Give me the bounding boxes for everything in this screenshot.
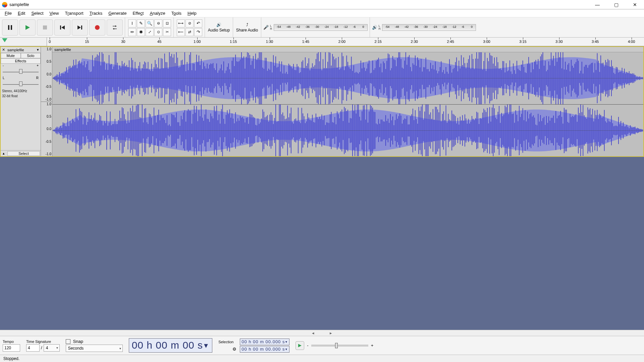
playback-speed-slider[interactable] <box>311 345 368 347</box>
audio-setup-button[interactable]: 🔊 Audio Setup <box>205 17 233 37</box>
svg-rect-7 <box>81 25 82 29</box>
selection-end[interactable]: 00 h 00 m 00.000 s▾ <box>240 346 289 353</box>
sync-lock-icon[interactable]: ⇄ <box>185 28 194 36</box>
svg-rect-1 <box>11 25 12 30</box>
menu-bar: File Edit Select View Transport Tracks G… <box>0 9 644 17</box>
pan-slider[interactable] <box>3 80 39 88</box>
silence-icon[interactable]: ⊘ <box>185 19 194 27</box>
menu-view[interactable]: View <box>47 10 62 16</box>
snap-group: Snap Seconds <box>66 339 123 352</box>
waveform-right-channel[interactable] <box>52 104 643 157</box>
playback-meter-group: 🔊 LR -54-48-42-36-30-24-18-12-60 <box>370 17 478 37</box>
pan-r-label: R <box>36 76 39 80</box>
pan-l-label: L <box>3 76 5 80</box>
track-samplefile: ✕ samplefile ▾ Mute Solo Effects - + L R… <box>0 46 644 157</box>
selection-start[interactable]: 00 h 00 m 00.000 s▾ <box>240 339 289 345</box>
solo-button[interactable]: Solo <box>21 53 41 58</box>
redo-icon[interactable]: ↷ <box>194 28 202 36</box>
menu-generate[interactable]: Generate <box>106 10 129 16</box>
stop-button[interactable] <box>37 19 53 36</box>
skip-end-button[interactable] <box>72 19 88 36</box>
timesig-den-select[interactable]: 4 <box>44 344 60 352</box>
waveform-area: samplefile <box>52 47 643 156</box>
menu-help[interactable]: Help <box>185 10 199 16</box>
track-close-button[interactable]: ✕ <box>1 48 6 52</box>
track-collapse-button[interactable]: ▴ <box>1 151 7 156</box>
skip-start-button[interactable] <box>54 19 70 36</box>
playback-meter-lr: LR <box>379 24 381 31</box>
envelope-tool-icon[interactable]: ✎ <box>137 19 145 27</box>
snap-checkbox[interactable] <box>66 339 70 344</box>
track-menu-button[interactable]: ▾ <box>35 48 41 52</box>
svg-rect-3 <box>43 25 47 29</box>
menu-select[interactable]: Select <box>29 10 46 16</box>
close-button[interactable]: ✕ <box>629 1 641 8</box>
undo-icon[interactable]: ↶ <box>194 19 202 27</box>
zoom-out-icon[interactable]: ⊖ <box>154 19 162 27</box>
mute-button[interactable]: Mute <box>1 53 21 58</box>
gain-minus-label: - <box>3 64 4 67</box>
zoom-in-icon[interactable]: 🔍 <box>146 19 154 27</box>
record-meter[interactable]: -54-48-42-36-30-24-18-12-60 <box>274 24 368 31</box>
playback-meter[interactable]: -54-48-42-36-30-24-18-12-60 <box>382 24 476 31</box>
play-button[interactable] <box>19 19 36 36</box>
menu-effect[interactable]: Effect <box>130 10 146 16</box>
menu-tools[interactable]: Tools <box>169 10 184 16</box>
minimize-button[interactable]: — <box>592 1 603 8</box>
menu-edit[interactable]: Edit <box>15 10 28 16</box>
snap-unit-select[interactable]: Seconds <box>66 345 123 352</box>
maximize-button[interactable]: ▢ <box>610 1 622 8</box>
gain-slider[interactable] <box>3 68 39 75</box>
amplitude-scale: 1.00.50.0-0.5-1.0 1.00.50.0-0.5-1.0 <box>41 47 52 156</box>
play-at-speed-group: - + <box>296 341 375 350</box>
effects-button[interactable]: Effects <box>1 58 41 64</box>
edit-tools-2: ⟷ ⊘ ↶ ⟵ ⇄ ↷ <box>174 17 205 37</box>
track-format-2: 32-bit float <box>1 94 41 99</box>
svg-point-8 <box>95 25 100 30</box>
draw-tool-icon[interactable]: ✏ <box>128 28 136 36</box>
track-select-button[interactable]: Select <box>7 151 40 156</box>
timeline-gutter <box>0 38 47 46</box>
tracks-area: ✕ samplefile ▾ Mute Solo Effects - + L R… <box>0 46 644 336</box>
multi-tool-icon[interactable]: ✱ <box>137 28 145 36</box>
share-audio-button[interactable]: ⤴ Share Audio <box>233 17 261 37</box>
horizontal-scrollbar[interactable]: ◂ ▸ <box>0 330 644 336</box>
svg-rect-0 <box>8 25 9 30</box>
pause-button[interactable] <box>2 19 18 36</box>
fit-project-icon[interactable]: ⤢ <box>146 28 154 36</box>
playhead-marker-icon[interactable] <box>2 38 7 42</box>
selection-group: Selection 00 h 00 m 00.000 s▾ ⚙ 00 h 00 … <box>218 339 289 353</box>
track-name[interactable]: samplefile <box>6 48 35 52</box>
tempo-group: Tempo <box>3 340 20 352</box>
record-meter-group: 🎤 LR -54-48-42-36-30-24-18-12-60 <box>261 17 370 37</box>
bottom-toolbar: Tempo Time Signature / 4 Snap Seconds 00… <box>0 336 644 355</box>
speaker-meter-icon[interactable]: 🔊 <box>372 25 377 30</box>
fit-selection-icon[interactable]: ⊡ <box>163 19 171 27</box>
svg-marker-6 <box>77 25 81 29</box>
menu-analyze[interactable]: Analyze <box>147 10 168 16</box>
clip-header[interactable]: samplefile <box>52 47 643 52</box>
toolbar: I ✎ 🔍 ⊖ ⊡ ✏ ✱ ⤢ ⊙ ✂ ⟷ ⊘ ↶ ⟵ ⇄ ↷ 🔊 Audio … <box>0 17 644 38</box>
menu-file[interactable]: File <box>2 10 14 16</box>
menu-tracks[interactable]: Tracks <box>87 10 105 16</box>
zoom-toggle-icon[interactable]: ⊙ <box>154 28 162 36</box>
transport-controls <box>0 17 125 37</box>
trim-outside-icon[interactable]: ⟷ <box>177 19 185 27</box>
timesig-num-input[interactable] <box>26 344 40 352</box>
record-meter-lr: LR <box>270 24 272 31</box>
selection-tool-icon[interactable]: I <box>128 19 136 27</box>
track-format-1: Stereo, 44100Hz <box>1 88 41 94</box>
time-ruler[interactable]: 01530451:001:151:301:452:002:152:302:453… <box>47 38 644 46</box>
time-counter[interactable]: 00 h 00 m 00 s▾ <box>129 338 213 353</box>
record-button[interactable] <box>89 19 105 36</box>
menu-transport[interactable]: Transport <box>62 10 86 16</box>
loop-button[interactable] <box>107 19 123 36</box>
mic-icon[interactable]: 🎤 <box>263 25 269 30</box>
waveform-left-channel[interactable] <box>52 52 643 104</box>
trim-inside-icon[interactable]: ⟵ <box>177 28 185 36</box>
trim-icon[interactable]: ✂ <box>163 28 171 36</box>
empty-tracks-area[interactable] <box>0 157 644 330</box>
play-at-speed-button[interactable] <box>296 341 304 350</box>
tempo-input[interactable] <box>3 344 20 352</box>
gear-icon[interactable]: ⚙ <box>218 347 238 352</box>
